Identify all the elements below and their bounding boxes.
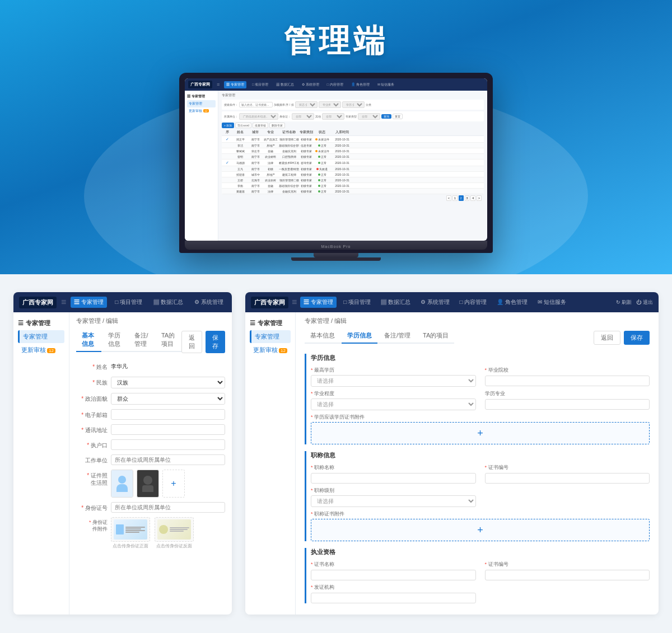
right-nav-role[interactable]: 👤 角色管理: [493, 297, 531, 308]
form-row-name: 姓名 李华凡: [76, 361, 225, 372]
left-nav-expert[interactable]: ☰ 专家管理: [71, 297, 107, 308]
practice-input-certno[interactable]: [485, 570, 650, 580]
laptop-table-header: 序 姓名 城市 专业 证书名称 专家类别 状态 入库时间: [222, 129, 484, 136]
id-front-upload[interactable]: [111, 517, 150, 542]
title-label-certno: 证书编号: [485, 464, 650, 471]
laptop-batch-btn[interactable]: 批量审核: [253, 123, 268, 128]
right-nav-content[interactable]: □ 内容管理: [456, 297, 491, 308]
laptop-actions: + 添加 导出word 批量审核 删除专家: [222, 123, 484, 128]
edu-label-degree: 最高学历: [311, 367, 476, 374]
table-row: 曾明 南宁市 农业材料 口腔颚养师 初级专家 正常 2020-10-31: [222, 154, 484, 160]
edu-select-degree[interactable]: 请选择: [311, 375, 476, 387]
edu-select-level[interactable]: 请选择: [311, 398, 476, 410]
tab-note[interactable]: 备注/管理: [129, 329, 155, 352]
select-politics[interactable]: 群众: [111, 393, 225, 405]
laptop-add-btn[interactable]: + 添加: [222, 123, 234, 128]
edu-input-school[interactable]: [485, 376, 650, 386]
input-household[interactable]: [111, 439, 225, 450]
laptop-page-3[interactable]: 3: [465, 195, 470, 201]
photo-slot-2[interactable]: [137, 470, 159, 498]
right-nav-sms[interactable]: ✉ 短信服务: [534, 297, 570, 308]
left-nav-sys[interactable]: ⚙ 系统管理: [191, 297, 227, 308]
practice-input-issuer[interactable]: [311, 593, 476, 603]
laptop-page-4[interactable]: 4: [470, 195, 475, 201]
title-row-upload: 职称证书附件 +: [311, 510, 650, 541]
right-cancel-btn[interactable]: 返回: [594, 331, 620, 345]
laptop-filter-sel1[interactable]: 状态 全部: [295, 101, 318, 108]
left-save-btn[interactable]: 保存: [206, 331, 225, 353]
left-sidebar-audit[interactable]: 更新审核12: [18, 344, 64, 357]
right-sidebar-expert[interactable]: 专家管理: [250, 330, 291, 343]
edu-field-level: 学业程度 请选择: [311, 390, 476, 410]
right-refresh-btn[interactable]: ↻ 刷新: [616, 299, 632, 306]
laptop-other-filter[interactable]: 全部: [322, 113, 344, 120]
right-panel: 广西专家网 ≡ ☰ 专家管理 □ 项目管理 ▦ 数据汇总 ⚙ 系统管理 □ 内容…: [245, 292, 659, 615]
practice-input-certname[interactable]: [311, 570, 476, 580]
laptop-page-1[interactable]: 1: [452, 195, 458, 201]
bottom-section: 广西专家网 ≡ ☰ 专家管理 □ 项目管理 ▦ 数据汇总 ⚙ 系统管理 □ 内容…: [0, 274, 672, 632]
title-row-1: 职称名称 证书编号: [311, 464, 650, 484]
edu-label-major: 学历专业: [485, 390, 650, 397]
practice-row-1: 证书名称 证书编号: [311, 561, 650, 580]
form-row-household: 执户口: [76, 439, 225, 450]
title-input-name[interactable]: [311, 473, 476, 484]
laptop-filter-sel3[interactable]: 学历 全部: [342, 101, 365, 108]
edu-upload-field: 学历应该学历证书附件 +: [311, 414, 650, 444]
laptop-search[interactable]: [239, 102, 273, 107]
right-tab-basic[interactable]: 基本信息: [305, 329, 340, 344]
input-idno[interactable]: [111, 502, 225, 513]
form-row-politics: 政治面貌 群众: [76, 393, 225, 405]
right-nav-data[interactable]: ▦ 数据汇总: [377, 297, 414, 308]
right-tab-edu[interactable]: 学历信息: [342, 329, 377, 344]
page-main-title: 管理端: [284, 20, 388, 63]
right-tab-project[interactable]: TA的项目: [417, 329, 454, 344]
title-select-level[interactable]: 请选择: [311, 495, 476, 507]
left-cancel-btn[interactable]: 返回: [181, 331, 202, 353]
laptop-export-btn[interactable]: 导出word: [235, 123, 251, 128]
laptop-unit-filter[interactable]: 广西信息技术/信息, 所有 ▼: [239, 113, 278, 120]
left-nav-data[interactable]: ▦ 数据汇总: [150, 297, 186, 308]
tab-edu[interactable]: 学历信息: [102, 329, 128, 352]
laptop-id-filter[interactable]: 全部: [292, 113, 314, 120]
laptop-mockup: 广西专家网 ≡ ☰ 专家管理 □ 项目管理 ▦ 数据汇总 ⚙ 系统管理 □ 内容…: [179, 73, 493, 261]
left-logo: 广西专家网: [19, 297, 57, 308]
right-save-btn[interactable]: 保存: [624, 331, 650, 345]
laptop-page-2[interactable]: 2: [459, 195, 464, 201]
photo-add-btn[interactable]: +: [162, 470, 185, 498]
laptop-screen: 广西专家网 ≡ ☰ 专家管理 □ 项目管理 ▦ 数据汇总 ⚙ 系统管理 □ 内容…: [185, 78, 487, 241]
laptop-th-cert: 证书名称: [279, 130, 299, 134]
laptop-filter-sel2[interactable]: 专业类别 全部: [319, 101, 341, 108]
input-email[interactable]: [111, 409, 225, 420]
input-work[interactable]: [111, 454, 225, 465]
laptop-prev-btn[interactable]: <: [446, 195, 451, 201]
laptop-search-btn[interactable]: 查询: [381, 114, 391, 119]
laptop-delete-btn[interactable]: 删除专家: [269, 123, 285, 128]
input-address[interactable]: [111, 424, 225, 435]
laptop-next-btn[interactable]: >: [477, 195, 482, 201]
right-audit-badge: 12: [279, 348, 287, 353]
right-nav-sys[interactable]: ⚙ 系统管理: [417, 297, 453, 308]
tab-project[interactable]: TA的项目: [156, 329, 181, 352]
select-nation[interactable]: 汉族: [111, 377, 225, 388]
left-nav-content[interactable]: □ 内容管理: [231, 297, 232, 308]
tab-basic[interactable]: 基本信息: [76, 329, 101, 352]
right-nav-project[interactable]: □ 项目管理: [340, 297, 374, 308]
label-idcard: 身份证件附件: [76, 517, 108, 532]
left-sidebar-expert[interactable]: 专家管理: [18, 330, 64, 343]
right-tab-note[interactable]: 备注/管理: [379, 329, 416, 344]
left-form-actions: 返回 保存: [181, 331, 225, 353]
laptop-type-filter[interactable]: 全部: [358, 113, 380, 120]
right-exit-btn[interactable]: ⏻ 退出: [636, 299, 653, 306]
left-nav-project[interactable]: □ 项目管理: [111, 297, 146, 308]
edu-upload-btn[interactable]: +: [311, 422, 650, 444]
left-nav-divider: ≡: [61, 297, 66, 307]
laptop-content: ☰ 专家管理 专家管理 更新审核12 专家管理 搜索条件：: [185, 91, 487, 241]
title-input-certno[interactable]: [485, 473, 650, 484]
right-nav-expert[interactable]: ☰ 专家管理: [300, 297, 337, 308]
edu-input-major[interactable]: [485, 399, 650, 410]
photo-slot-1[interactable]: [111, 470, 133, 498]
right-sidebar-audit[interactable]: 更新审核12: [250, 344, 291, 357]
title-upload-btn[interactable]: +: [311, 519, 650, 541]
id-back-upload[interactable]: [155, 517, 194, 542]
laptop-reset-btn[interactable]: 重置: [393, 114, 403, 119]
